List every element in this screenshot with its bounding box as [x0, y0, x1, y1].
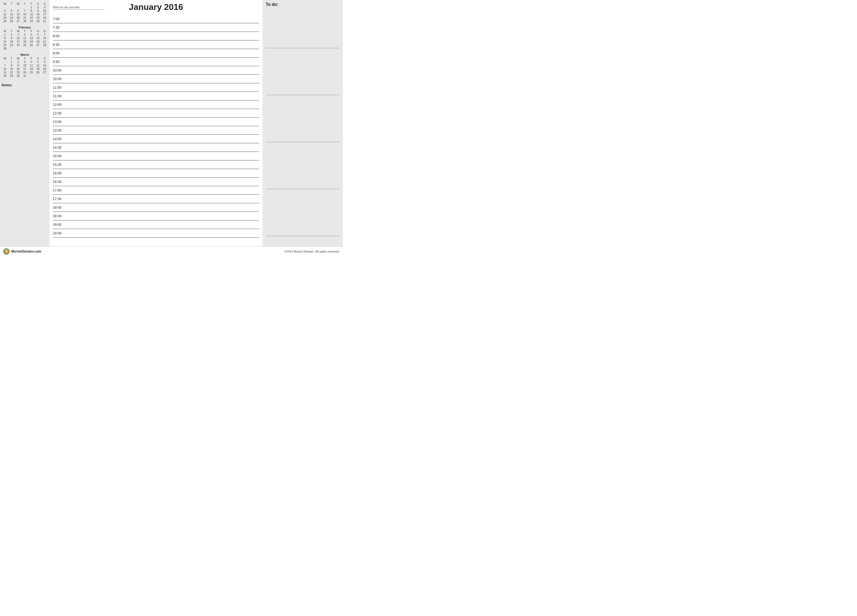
- time-row: 10:00: [53, 66, 259, 75]
- cal-header: M: [2, 29, 8, 33]
- cal-day: 28: [22, 20, 28, 23]
- time-label: 8:00: [53, 34, 67, 38]
- cal-header: M: [2, 2, 8, 6]
- cal-day: 1: [28, 6, 35, 9]
- mini-calendar-february: FebruaryMTWTFSS1234567891011121314151617…: [2, 26, 48, 50]
- time-label: 18:30: [53, 214, 67, 218]
- time-line: [67, 113, 259, 113]
- cal-header: F: [28, 29, 35, 33]
- cal-day: [28, 74, 35, 78]
- cal-day: 11: [28, 64, 35, 67]
- time-line: [67, 62, 259, 62]
- time-row: 19:30: [53, 229, 259, 238]
- todo-block: [266, 197, 340, 236]
- time-slots-container: 7:00 7:30 8:00 8:30 9:00 9:30 10:00 10:3…: [53, 15, 259, 244]
- cal-day: 31: [41, 20, 48, 23]
- cal-day: 10: [22, 64, 28, 67]
- footer-copyright: ©2014 Michel Zbinden. All rights reserve…: [284, 250, 340, 253]
- cal-day: 7: [2, 64, 8, 67]
- cal-day: 13: [35, 36, 42, 40]
- cal-day: [2, 60, 8, 64]
- cal-header: S: [35, 57, 42, 60]
- time-label: 10:30: [53, 77, 67, 81]
- cal-day: 9: [35, 9, 42, 12]
- time-row: 7:00: [53, 15, 259, 23]
- cal-header: T: [22, 29, 28, 33]
- cal-day: 27: [35, 43, 42, 47]
- time-row: 17:30: [53, 195, 259, 203]
- time-label: 13:30: [53, 128, 67, 132]
- time-row: 11:30: [53, 92, 259, 101]
- time-label: 17:30: [53, 197, 67, 201]
- cal-header: T: [8, 29, 15, 33]
- cal-header: T: [8, 2, 15, 6]
- cal-header: S: [35, 2, 42, 6]
- time-row: 8:30: [53, 40, 259, 49]
- time-label: 15:00: [53, 154, 67, 158]
- cal-day: 29: [28, 20, 35, 23]
- time-label: 8:30: [53, 43, 67, 46]
- notes-textarea[interactable]: [2, 88, 48, 179]
- cal-day: 26: [8, 20, 15, 23]
- cal-day: 3: [41, 6, 48, 9]
- cal-day: 27: [41, 71, 48, 74]
- todo-block: [266, 103, 340, 142]
- time-label: 18:00: [53, 206, 67, 209]
- brand-icon: 😊: [3, 248, 10, 255]
- time-line: [67, 224, 259, 225]
- cal-day: 18: [22, 40, 28, 43]
- cal-day: [28, 47, 35, 50]
- cal-day: 21: [22, 16, 28, 20]
- time-row: 9:00: [53, 49, 259, 57]
- time-row: 12:00: [53, 101, 259, 109]
- time-label: 19:30: [53, 231, 67, 235]
- cal-day: 17: [41, 12, 48, 16]
- time-row: 10:30: [53, 75, 259, 83]
- cal-day: 4: [22, 33, 28, 36]
- cal-day: 8: [28, 9, 35, 12]
- cal-day: 2: [15, 60, 22, 64]
- cal-day: 19: [28, 40, 35, 43]
- cal-day: [15, 6, 22, 9]
- time-label: 9:00: [53, 51, 67, 55]
- time-label: 15:30: [53, 163, 67, 167]
- time-label: 14:30: [53, 145, 67, 149]
- time-label: 10:00: [53, 68, 67, 72]
- time-label: 12:00: [53, 102, 67, 107]
- time-line: [67, 216, 259, 216]
- time-label: 16:30: [53, 180, 67, 184]
- time-row: 7:30: [53, 23, 259, 32]
- main-header: Write the day and date January 2016: [53, 2, 259, 13]
- cal-day: 4: [28, 60, 35, 64]
- day-date-label: Write the day and date: [53, 6, 104, 10]
- time-line: [67, 190, 259, 190]
- cal-day: 8: [8, 64, 15, 67]
- cal-day: 6: [15, 9, 22, 12]
- mini-calendar-march: MarchMTWTFSS1234567891011121314151617181…: [2, 53, 48, 78]
- cal-day: 20: [41, 67, 48, 71]
- time-row: 14:30: [53, 143, 259, 152]
- cal-header: F: [28, 2, 35, 6]
- todo-block: [266, 56, 340, 95]
- time-label: 13:00: [53, 120, 67, 124]
- mini-calendar-january: MTWTFSS123456789101112131415161718192021…: [2, 2, 48, 23]
- cal-day: 12: [8, 12, 15, 16]
- time-label: 7:30: [53, 25, 67, 29]
- cal-day: 23: [35, 16, 42, 20]
- time-line: [67, 53, 259, 53]
- cal-day: 15: [2, 40, 8, 43]
- time-row: 12:30: [53, 109, 259, 118]
- cal-header: S: [35, 29, 42, 33]
- time-label: 9:30: [53, 60, 67, 64]
- time-row: 16:00: [53, 169, 259, 178]
- cal-day: 20: [35, 40, 42, 43]
- cal-day: 22: [28, 16, 35, 20]
- cal-day: 26: [28, 43, 35, 47]
- time-line: [67, 199, 259, 199]
- time-line: [67, 27, 259, 28]
- time-label: 12:30: [53, 111, 67, 115]
- cal-day: 14: [2, 67, 8, 71]
- cal-day: 13: [41, 64, 48, 67]
- cal-title-february: February: [2, 26, 48, 29]
- cal-day: [35, 74, 42, 78]
